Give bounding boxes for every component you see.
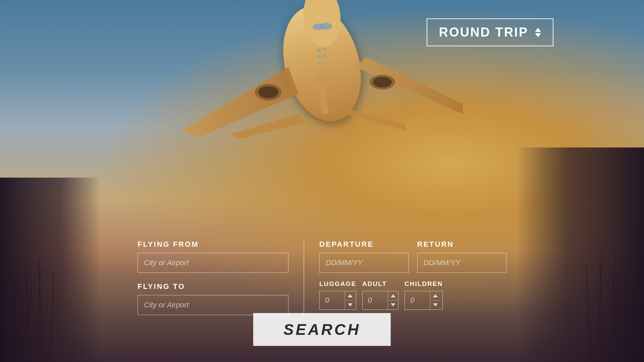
adult-decrement[interactable]	[388, 301, 398, 310]
children-decrement[interactable]	[430, 301, 440, 310]
children-control: 0	[405, 291, 443, 310]
departure-field: DEPARTURE	[319, 240, 409, 273]
svg-rect-35	[323, 54, 327, 57]
date-counter-fields: DEPARTURE RETURN LUGGAGE 0	[319, 240, 506, 315]
trip-type-arrows	[535, 28, 541, 37]
round-trip-selector[interactable]: ROUND TRIP	[427, 18, 553, 46]
flying-to-label: FLYING TO	[138, 282, 288, 291]
down-icon	[391, 303, 395, 306]
return-label: RETURN	[417, 240, 507, 249]
svg-rect-0	[0, 178, 101, 362]
adult-increment[interactable]	[388, 291, 398, 301]
down-icon	[433, 303, 438, 306]
svg-rect-36	[318, 62, 322, 65]
up-icon	[391, 294, 395, 297]
search-button-label: SEARCH	[283, 321, 361, 338]
form-divider	[304, 240, 304, 315]
flying-from-input[interactable]	[138, 253, 288, 273]
counters-row: LUGGAGE 0 ADULT	[319, 280, 506, 310]
grass-right	[517, 147, 644, 362]
grass-left	[0, 178, 101, 362]
return-field: RETURN	[417, 240, 507, 273]
return-input[interactable]	[417, 253, 507, 273]
search-button[interactable]: SEARCH	[253, 313, 391, 346]
search-button-container: SEARCH	[253, 313, 391, 346]
svg-point-29	[258, 86, 278, 98]
svg-rect-34	[317, 55, 321, 58]
svg-rect-33	[323, 48, 327, 50]
location-fields: FLYING FROM FLYING TO	[138, 240, 288, 315]
up-icon	[433, 294, 438, 297]
adult-control: 0	[362, 291, 398, 310]
svg-rect-13	[517, 147, 644, 362]
up-icon	[348, 294, 353, 297]
luggage-control: 0	[319, 291, 356, 310]
luggage-decrement[interactable]	[345, 301, 355, 310]
date-row: DEPARTURE RETURN	[319, 240, 506, 273]
arrow-down-icon	[535, 33, 541, 37]
svg-rect-32	[317, 49, 321, 51]
flying-to-field: FLYING TO	[138, 282, 288, 315]
adult-arrows	[388, 291, 398, 309]
adult-counter: ADULT 0	[362, 280, 398, 310]
svg-point-27	[320, 23, 332, 29]
luggage-counter: LUGGAGE 0	[319, 280, 356, 310]
arrow-up-icon	[535, 28, 541, 32]
adult-value[interactable]: 0	[363, 291, 388, 309]
luggage-arrows	[345, 291, 355, 309]
flying-to-input[interactable]	[138, 295, 288, 315]
flying-from-label: FLYING FROM	[138, 240, 288, 249]
departure-input[interactable]	[319, 253, 409, 273]
search-form: FLYING FROM FLYING TO DEPARTURE RETURN	[138, 240, 506, 315]
adult-label: ADULT	[362, 280, 398, 288]
round-trip-label: ROUND TRIP	[439, 25, 528, 40]
luggage-value[interactable]: 0	[320, 291, 345, 309]
svg-point-31	[373, 77, 392, 87]
luggage-increment[interactable]	[345, 291, 355, 301]
children-arrows	[430, 291, 440, 309]
children-label: CHILDREN	[405, 280, 443, 288]
down-icon	[348, 303, 353, 306]
children-value[interactable]: 0	[405, 291, 430, 309]
departure-label: DEPARTURE	[319, 240, 409, 249]
children-increment[interactable]	[430, 291, 440, 301]
children-counter: CHILDREN 0	[405, 280, 443, 310]
flying-from-field: FLYING FROM	[138, 240, 288, 273]
luggage-label: LUGGAGE	[319, 280, 356, 288]
